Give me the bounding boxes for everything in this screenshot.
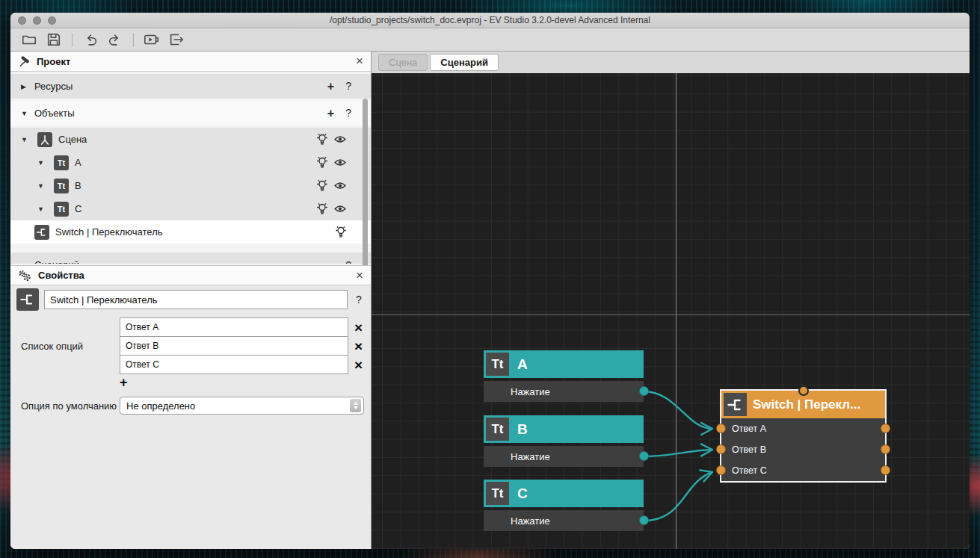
node-title: C — [517, 486, 528, 502]
default-option-label: Опция по умолчанию — [10, 400, 120, 412]
switch-input-row: Ответ A — [721, 418, 885, 439]
save-button[interactable] — [44, 31, 64, 49]
node-switch[interactable]: Switch | Перекл... Ответ A Ответ B — [721, 391, 885, 481]
open-folder-button[interactable] — [19, 31, 39, 49]
tab-scene[interactable]: Сцена — [378, 54, 428, 71]
text-object-icon: Tt — [486, 418, 509, 441]
text-object-icon: Tt — [54, 179, 69, 193]
remove-option-button[interactable]: × — [354, 339, 363, 353]
close-window-button[interactable] — [18, 16, 26, 25]
input-label: Ответ A — [732, 424, 766, 434]
input-port[interactable] — [716, 465, 726, 475]
eye-icon[interactable] — [334, 158, 346, 167]
section-objects[interactable]: ▼ Объекты + ? — [10, 101, 371, 125]
preview-button[interactable] — [142, 31, 161, 49]
node-c[interactable]: Tt C Нажатие — [484, 480, 644, 531]
minimize-window-button[interactable] — [33, 16, 41, 25]
close-project-panel-button[interactable]: × — [356, 52, 363, 71]
wire-b-to-switch — [644, 450, 712, 456]
default-option-select[interactable]: Не определено — [120, 397, 364, 415]
tree-item-scene[interactable]: ▼ Сцена — [10, 128, 371, 151]
section-resources-label: Ресурсы — [34, 81, 73, 92]
undo-button[interactable] — [81, 31, 100, 49]
object-help-button[interactable]: ? — [353, 294, 365, 306]
node-output-label: Нажатие — [511, 451, 550, 462]
chevron-right-icon[interactable]: ▶ — [21, 83, 34, 90]
lightbulb-icon[interactable] — [336, 226, 346, 238]
output-port[interactable] — [639, 451, 649, 461]
node-title: Switch | Перекл... — [753, 397, 860, 412]
tree-item-label: B — [75, 180, 81, 191]
eye-icon[interactable] — [334, 135, 346, 143]
node-b[interactable]: Tt B Нажатие — [484, 415, 644, 467]
editor-tabbar: Сцена Сценарий — [372, 52, 970, 73]
input-label: Ответ B — [732, 444, 766, 455]
traffic-lights — [18, 16, 56, 25]
section-scenario[interactable]: Сценарий ? — [10, 252, 371, 264]
lightbulb-icon[interactable] — [317, 202, 327, 215]
project-scrollbar-thumb[interactable] — [363, 99, 368, 265]
option-input[interactable] — [120, 317, 348, 337]
app-window: /opt/studio_projects/switch_doc.evproj -… — [10, 13, 970, 549]
switch-icon — [34, 225, 49, 240]
eye-icon[interactable] — [334, 205, 346, 213]
enter-port[interactable] — [798, 385, 809, 396]
redo-button[interactable] — [105, 31, 125, 49]
add-resource-button[interactable]: + — [327, 80, 334, 93]
close-properties-panel-button[interactable]: × — [356, 266, 363, 285]
export-button[interactable] — [167, 31, 186, 49]
redo-icon — [107, 31, 123, 48]
chevron-down-icon[interactable]: ▼ — [37, 182, 51, 190]
input-port[interactable] — [716, 424, 726, 433]
undo-icon — [82, 31, 99, 48]
remove-option-button[interactable]: × — [354, 358, 363, 372]
node-a[interactable]: Tt A Нажатие — [484, 350, 644, 402]
scenario-help-button[interactable]: ? — [345, 259, 351, 264]
lightbulb-icon[interactable] — [317, 156, 327, 169]
chevron-down-icon[interactable]: ▼ — [37, 205, 51, 213]
chevron-down-icon[interactable]: ▼ — [21, 110, 34, 117]
lightbulb-icon[interactable] — [317, 179, 327, 192]
preview-icon — [143, 31, 161, 48]
input-port[interactable] — [716, 444, 726, 454]
add-object-button[interactable]: + — [327, 107, 334, 120]
tree-item-label: C — [75, 203, 81, 214]
tree-item-b[interactable]: ▼ Tt B — [10, 174, 371, 197]
select-stepper-icon — [350, 399, 361, 412]
tree-item-c[interactable]: ▼ Tt C — [10, 197, 371, 220]
output-port[interactable] — [639, 386, 649, 396]
option-input[interactable] — [120, 336, 348, 356]
tree-item-a[interactable]: ▼ Tt A — [10, 151, 371, 174]
eye-icon[interactable] — [334, 182, 346, 190]
object-name-input[interactable] — [44, 290, 348, 309]
output-port[interactable] — [881, 424, 890, 433]
output-port[interactable] — [639, 515, 649, 525]
add-option-button[interactable]: + — [120, 375, 128, 390]
chevron-down-icon[interactable]: ▼ — [21, 136, 34, 143]
output-port[interactable] — [881, 465, 890, 475]
section-resources[interactable]: ▶ Ресурсы + ? — [10, 74, 371, 99]
gears-icon — [18, 270, 31, 282]
node-title: A — [517, 356, 528, 373]
main-toolbar — [10, 28, 970, 52]
objects-help-button[interactable]: ? — [345, 107, 351, 120]
tab-scene-label: Сцена — [389, 57, 417, 68]
titlebar: /opt/studio_projects/switch_doc.evproj -… — [10, 13, 970, 28]
text-object-icon: Tt — [54, 202, 69, 217]
output-port[interactable] — [881, 444, 890, 454]
default-option-value: Не определено — [126, 400, 195, 412]
export-icon — [167, 31, 185, 48]
switch-icon — [16, 288, 39, 311]
project-tree: ▶ Ресурсы + ? ▼ Объекты + ? — [10, 72, 371, 265]
node-canvas[interactable]: Tt A Нажатие Tt B Нажатие — [372, 73, 970, 549]
resources-help-button[interactable]: ? — [345, 80, 351, 93]
hammer-icon — [18, 55, 30, 67]
option-input[interactable] — [120, 355, 348, 374]
zoom-window-button[interactable] — [48, 16, 56, 25]
tab-scenario[interactable]: Сценарий — [430, 54, 499, 71]
chevron-down-icon[interactable]: ▼ — [37, 159, 51, 167]
properties-panel-title: Свойства — [38, 270, 84, 281]
lightbulb-icon[interactable] — [317, 133, 327, 146]
remove-option-button[interactable]: × — [354, 320, 363, 335]
tree-item-switch[interactable]: Switch | Переключатель — [10, 220, 371, 244]
